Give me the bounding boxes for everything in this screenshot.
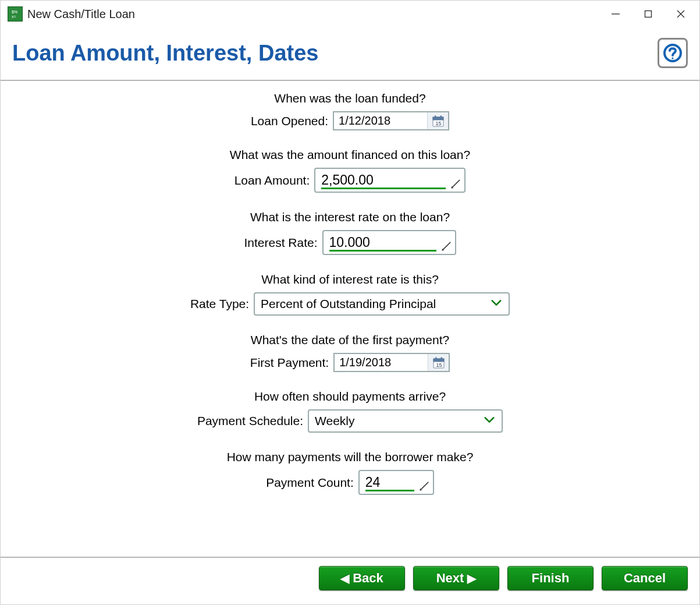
loan-amount-field[interactable] <box>314 168 466 193</box>
interest-rate-input[interactable] <box>328 233 450 252</box>
group-loan-amount: What was the amount financed on this loa… <box>230 148 470 193</box>
first-payment-date-field[interactable]: 15 <box>333 353 450 372</box>
cancel-button[interactable]: Cancel <box>602 566 688 590</box>
label-rate-type: Rate Type: <box>190 297 249 311</box>
question-payment-count: How many payments will the borrower make… <box>227 450 474 464</box>
group-first-payment: What's the date of the first payment? Fi… <box>250 333 450 372</box>
svg-rect-17 <box>440 357 442 360</box>
interest-rate-field[interactable] <box>322 230 456 255</box>
question-payment-schedule: How often should payments arrive? <box>254 390 446 404</box>
finish-button-label: Finish <box>532 571 570 586</box>
svg-text:15: 15 <box>435 121 441 126</box>
group-interest-rate: What is the interest rate on the loan? I… <box>244 210 456 255</box>
group-rate-type: What kind of interest rate is this? Rate… <box>190 273 510 316</box>
triangle-right-icon: ▶ <box>467 571 476 585</box>
label-loan-amount: Loan Amount: <box>234 174 310 187</box>
rate-type-value: Percent of Outstanding Principal <box>255 297 442 311</box>
svg-rect-15 <box>433 359 444 362</box>
content-area: When was the loan funded? Loan Opened: 1… <box>1 81 699 557</box>
chevron-down-icon <box>491 299 502 309</box>
group-loan-opened: When was the loan funded? Loan Opened: 1… <box>251 91 449 130</box>
question-loan-opened: When was the loan funded? <box>274 91 425 105</box>
app-icon: $% x= <box>8 6 23 22</box>
svg-text:15: 15 <box>436 362 442 368</box>
finish-button[interactable]: Finish <box>507 566 594 590</box>
label-first-payment: First Payment: <box>250 356 329 370</box>
next-button[interactable]: Next ▶ <box>413 566 499 590</box>
svg-rect-10 <box>433 117 443 120</box>
first-payment-date-input[interactable] <box>335 354 428 371</box>
minimize-button[interactable] <box>599 2 632 26</box>
question-interest-rate: What is the interest rate on the loan? <box>250 210 450 224</box>
group-payment-schedule: How often should payments arrive? Paymen… <box>197 390 503 433</box>
svg-rect-16 <box>435 357 437 360</box>
rate-type-select[interactable]: Percent of Outstanding Principal <box>254 292 510 316</box>
pencil-icon <box>440 240 452 252</box>
header: Loan Amount, Interest, Dates <box>1 27 699 81</box>
chevron-down-icon <box>484 416 495 426</box>
pencil-icon <box>418 480 429 491</box>
label-payment-schedule: Payment Schedule: <box>197 414 303 428</box>
label-payment-count: Payment Count: <box>266 476 354 490</box>
payment-schedule-select[interactable]: Weekly <box>308 409 503 433</box>
loan-opened-date-field[interactable]: 15 <box>333 111 449 130</box>
window: $% x= New Cash/Title Loan Loan Amount, I… <box>0 0 700 605</box>
svg-rect-4 <box>645 11 652 17</box>
question-first-payment: What's the date of the first payment? <box>251 333 449 347</box>
svg-point-8 <box>671 57 673 59</box>
svg-rect-12 <box>440 115 442 118</box>
svg-text:$%: $% <box>12 10 17 14</box>
svg-rect-11 <box>435 115 436 118</box>
help-button[interactable] <box>658 38 688 68</box>
window-title: New Cash/Title Loan <box>27 8 135 21</box>
form: When was the loan funded? Loan Opened: 1… <box>1 91 699 495</box>
group-payment-count: How many payments will the borrower make… <box>227 450 474 495</box>
payment-schedule-value: Weekly <box>309 414 360 428</box>
loan-amount-input[interactable] <box>320 171 460 189</box>
loan-opened-date-input[interactable] <box>334 112 427 129</box>
label-loan-opened: Loan Opened: <box>251 114 328 128</box>
calendar-icon[interactable]: 15 <box>428 354 449 371</box>
svg-text:x=: x= <box>12 15 16 19</box>
question-loan-amount: What was the amount financed on this loa… <box>230 148 470 162</box>
next-button-label: Next <box>436 571 464 586</box>
back-button[interactable]: ◀ Back <box>319 566 405 590</box>
payment-count-field[interactable] <box>358 470 434 495</box>
back-button-label: Back <box>353 571 383 586</box>
triangle-left-icon: ◀ <box>340 571 349 585</box>
titlebar: $% x= New Cash/Title Loan <box>1 1 699 27</box>
cancel-button-label: Cancel <box>624 571 666 586</box>
pencil-icon <box>449 178 461 189</box>
label-interest-rate: Interest Rate: <box>244 236 317 250</box>
close-button[interactable] <box>665 2 697 26</box>
page-title: Loan Amount, Interest, Dates <box>12 41 318 66</box>
calendar-icon[interactable]: 15 <box>427 112 448 129</box>
question-rate-type: What kind of interest rate is this? <box>261 273 439 286</box>
footer: ◀ Back Next ▶ Finish Cancel <box>1 557 699 604</box>
maximize-button[interactable] <box>632 2 665 26</box>
